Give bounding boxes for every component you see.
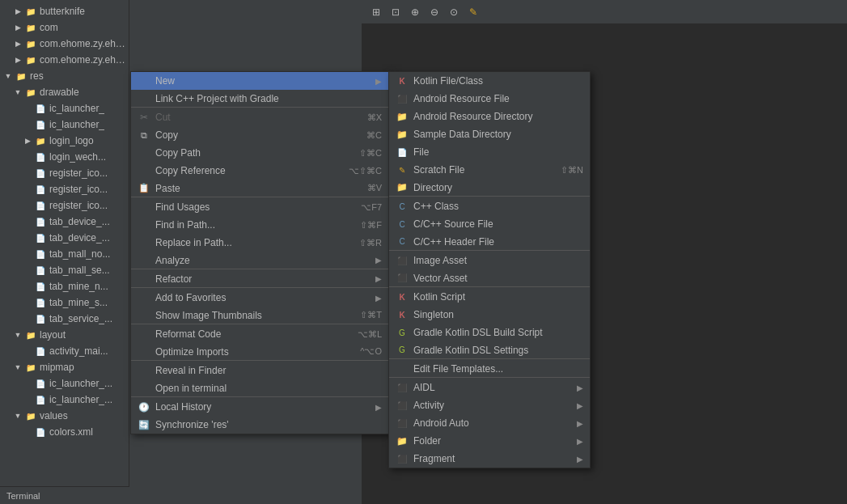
tree-item-ehometest2[interactable]: ▶ 📁 com.ehome.zy.ehometest xyxy=(0,52,129,68)
menu-item-terminal[interactable]: Open in terminal xyxy=(131,379,388,397)
file-tree: ▶ 📁 butterknife ▶ 📁 com ▶ 📁 com.ehome.zy… xyxy=(0,0,129,504)
menu-item-find-usages[interactable]: Find Usages ⌥F7 xyxy=(131,198,388,216)
tree-label: tab_mall_se... xyxy=(49,265,110,276)
menu-item-local-history[interactable]: 🕐 Local History ▶ xyxy=(131,398,388,416)
submenu-item-scratch[interactable]: ✎ Scratch File ⇧⌘N xyxy=(389,161,590,179)
submenu-item-vector-asset[interactable]: ⬛ Vector Asset xyxy=(389,269,590,287)
toolbar-btn-edit[interactable]: ✎ xyxy=(465,4,481,20)
menu-item-new[interactable]: New ▶ xyxy=(131,72,388,90)
menu-item-analyze[interactable]: Analyze ▶ xyxy=(131,252,388,269)
submenu-item-gradle-settings[interactable]: G Gradle Kotlin DSL Settings xyxy=(389,341,590,359)
submenu-item-android-res-dir[interactable]: 📁 Android Resource Directory xyxy=(389,108,590,125)
submenu-item-cpp-header[interactable]: C C/C++ Header File xyxy=(389,233,590,251)
file-icon: 📄 xyxy=(34,102,47,115)
submenu-item-android-res-file[interactable]: ⬛ Android Resource File xyxy=(389,90,590,108)
submenu-item-directory[interactable]: 📁 Directory xyxy=(389,179,590,197)
file-icon: 📄 xyxy=(34,199,47,212)
tree-item-mipmap-ic1[interactable]: ▶ 📄 ic_launcher_... xyxy=(0,375,129,392)
submenu-item-kotlin-script[interactable]: K Kotlin Script xyxy=(389,288,590,306)
tree-item-values[interactable]: ▼ 📁 values xyxy=(0,408,129,424)
tree-label: ic_launcher_... xyxy=(49,378,112,389)
toolbar-btn-2[interactable]: ⊡ xyxy=(388,4,404,20)
tree-item-ic2[interactable]: ▶ 📄 ic_launcher_ xyxy=(0,116,129,133)
tree-item-tab5[interactable]: ▶ 📄 tab_mine_n... xyxy=(0,278,129,294)
submenu-item-cpp-class[interactable]: C C++ Class xyxy=(389,197,590,215)
menu-item-find-path[interactable]: Find in Path... ⇧⌘F xyxy=(131,216,388,234)
tree-item-ehometest1[interactable]: ▶ 📁 com.ehome.zy.ehometest xyxy=(0,36,129,52)
submenu-arrow: ▶ xyxy=(375,294,382,303)
android-folder-icon: 📁 xyxy=(396,110,409,123)
menu-item-reveal[interactable]: Reveal in Finder xyxy=(131,362,388,379)
menu-shortcut-thumbnails: ⇧⌘T xyxy=(360,310,382,320)
menu-item-thumbnails[interactable]: Show Image Thumbnails ⇧⌘T xyxy=(131,307,388,324)
submenu-item-cpp-source[interactable]: C C/C++ Source File xyxy=(389,215,590,233)
tree-item-tab3[interactable]: ▶ 📄 tab_mall_no... xyxy=(0,246,129,262)
tree-item-butterknife[interactable]: ▶ 📁 butterknife xyxy=(0,3,129,19)
toolbar-btn-zoom-out[interactable]: ⊖ xyxy=(426,4,443,20)
kotlin-script-icon: K xyxy=(396,290,409,303)
menu-label-replace-path: Replace in Path... xyxy=(155,237,353,248)
toolbar-btn-1[interactable]: ⊞ xyxy=(368,4,384,20)
menu-item-replace-path[interactable]: Replace in Path... ⇧⌘R xyxy=(131,234,388,252)
tree-item-tab7[interactable]: ▶ 📄 tab_service_... xyxy=(0,311,129,327)
tree-item-mipmap[interactable]: ▼ 📁 mipmap xyxy=(0,359,129,375)
toolbar-btn-fit[interactable]: ⊙ xyxy=(446,4,462,20)
submenu-item-edit-templates[interactable]: Edit File Templates... xyxy=(389,360,590,378)
analyze-icon xyxy=(138,254,150,267)
tree-item-colors[interactable]: ▶ 📄 colors.xml xyxy=(0,424,129,440)
tree-item-login-wech[interactable]: ▶ 📄 login_wech... xyxy=(0,149,129,165)
submenu-item-activity[interactable]: ⬛ Activity ▶ xyxy=(389,396,590,414)
submenu-item-file[interactable]: 📄 File xyxy=(389,143,590,161)
submenu-item-image-asset[interactable]: ⬛ Image Asset xyxy=(389,252,590,269)
tree-item-tab6[interactable]: ▶ 📄 tab_mine_s... xyxy=(0,294,129,311)
toolbar-btn-zoom-in[interactable]: ⊕ xyxy=(407,4,423,20)
tree-item-tab4[interactable]: ▶ 📄 tab_mall_se... xyxy=(0,262,129,278)
folder-icon: 📁 xyxy=(24,328,37,341)
folder-icon: 📁 xyxy=(24,37,37,50)
menu-item-favorites[interactable]: Add to Favorites ▶ xyxy=(131,289,388,307)
submenu-label-aidl: AIDL xyxy=(413,382,574,393)
favorites-icon xyxy=(138,291,150,304)
tree-item-reg1[interactable]: ▶ 📄 register_ico... xyxy=(0,165,129,181)
tree-item-tab2[interactable]: ▶ 📄 tab_device_... xyxy=(0,230,129,246)
menu-shortcut-copy-path: ⇧⌘C xyxy=(359,148,382,159)
submenu-label-android-res-file: Android Resource File xyxy=(413,93,583,104)
menu-item-cut[interactable]: ✂ Cut ⌘X xyxy=(131,108,388,126)
tree-item-mipmap-ic2[interactable]: ▶ 📄 ic_launcher_... xyxy=(0,392,129,408)
menu-item-copy-path[interactable]: Copy Path ⇧⌘C xyxy=(131,144,388,162)
tree-item-com[interactable]: ▶ 📁 com xyxy=(0,19,129,36)
menu-item-copy-ref[interactable]: Copy Reference ⌥⇧⌘C xyxy=(131,162,388,180)
submenu-item-fragment[interactable]: ⬛ Fragment ▶ xyxy=(389,450,590,468)
tree-item-reg2[interactable]: ▶ 📄 register_ico... xyxy=(0,181,129,197)
android-auto-icon: ⬛ xyxy=(396,417,409,430)
tree-label: register_ico... xyxy=(49,200,108,211)
menu-item-optimize[interactable]: Optimize Imports ^⌥O xyxy=(131,343,388,361)
submenu-item-android-auto[interactable]: ⬛ Android Auto ▶ xyxy=(389,414,590,432)
submenu-arrow: ▶ xyxy=(577,419,583,428)
submenu-item-gradle-build[interactable]: G Gradle Kotlin DSL Build Script xyxy=(389,324,590,341)
tree-item-login-logo[interactable]: ▶ 📁 login_logo xyxy=(0,133,129,149)
tree-item-layout[interactable]: ▼ 📁 layout xyxy=(0,327,129,343)
image-asset-icon: ⬛ xyxy=(396,254,409,267)
submenu-item-kotlin-file[interactable]: K Kotlin File/Class xyxy=(389,72,590,90)
menu-item-link-cpp[interactable]: Link C++ Project with Gradle xyxy=(131,90,388,108)
menu-item-reformat[interactable]: Reformat Code ⌥⌘L xyxy=(131,325,388,343)
submenu-item-sample-data-dir[interactable]: 📁 Sample Data Directory xyxy=(389,125,590,143)
tree-item-drawable[interactable]: ▼ 📁 drawable xyxy=(0,84,129,100)
tree-item-res[interactable]: ▼ 📁 res xyxy=(0,68,129,84)
submenu-item-aidl[interactable]: ⬛ AIDL ▶ xyxy=(389,379,590,396)
menu-item-paste[interactable]: 📋 Paste ⌘V xyxy=(131,180,388,197)
tree-item-activity-main[interactable]: ▶ 📄 activity_mai... xyxy=(0,343,129,359)
tree-item-reg3[interactable]: ▶ 📄 register_ico... xyxy=(0,197,129,214)
tree-item-tab1[interactable]: ▶ 📄 tab_device_... xyxy=(0,214,129,230)
menu-item-refactor[interactable]: Refactor ▶ xyxy=(131,270,388,288)
replace-path-icon xyxy=(138,236,150,249)
submenu-item-singleton[interactable]: K Singleton xyxy=(389,306,590,324)
tree-item-ic1[interactable]: ▶ 📄 ic_launcher_ xyxy=(0,100,129,116)
menu-item-sync[interactable]: 🔄 Synchronize 'res' xyxy=(131,416,388,434)
menu-label-cut: Cut xyxy=(155,112,361,123)
menu-label-refactor: Refactor xyxy=(155,273,372,285)
menu-item-copy[interactable]: ⧉ Copy ⌘C xyxy=(131,126,388,144)
tree-label: tab_service_... xyxy=(49,313,112,324)
submenu-item-folder[interactable]: 📁 Folder ▶ xyxy=(389,432,590,450)
